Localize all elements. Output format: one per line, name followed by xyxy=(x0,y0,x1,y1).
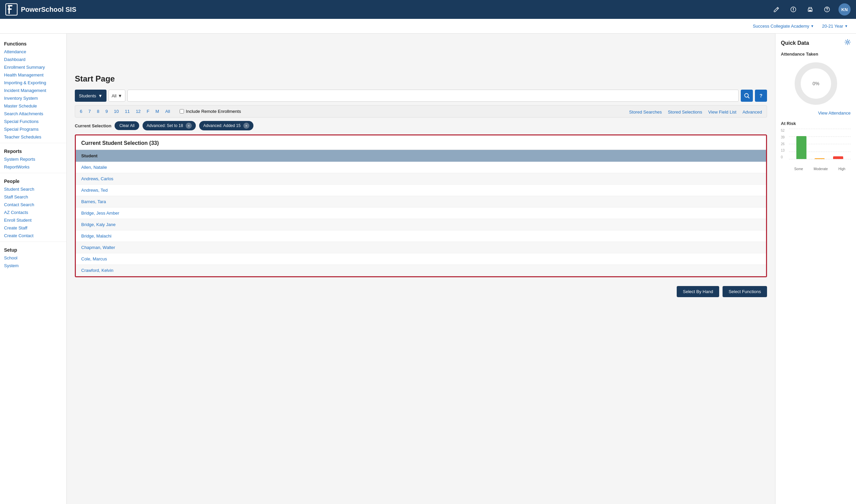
year-selector[interactable]: 20-21 Year ▼ xyxy=(822,23,848,29)
alert-icon xyxy=(790,6,796,13)
filter-links: Stored Searches Stored Selections View F… xyxy=(629,109,762,114)
sidebar: Functions Attendance Dashboard Enrollmen… xyxy=(0,34,67,504)
search-button[interactable] xyxy=(741,90,753,102)
select-by-hand-button[interactable]: Select By Hand xyxy=(677,286,719,297)
sidebar-item-dashboard[interactable]: Dashboard xyxy=(0,56,66,63)
svg-text:0%: 0% xyxy=(812,81,819,86)
table-row: Andrews, Carlos xyxy=(76,173,766,185)
edit-icon-btn[interactable] xyxy=(771,4,782,15)
sidebar-item-school[interactable]: School xyxy=(0,254,66,262)
sidebar-item-health-management[interactable]: Health Management xyxy=(0,71,66,79)
grade-filter-6[interactable]: 6 xyxy=(80,109,82,114)
sidebar-item-search-attachments[interactable]: Search Attachments xyxy=(0,110,66,118)
sidebar-item-contact-search[interactable]: Contact Search xyxy=(0,201,66,209)
grade-filter-9[interactable]: 9 xyxy=(106,109,108,114)
clear-all-button[interactable]: Clear All xyxy=(114,121,139,130)
search-bar: Students ▼ All ▼ ? xyxy=(75,90,767,102)
sidebar-item-special-programs[interactable]: Special Programs xyxy=(0,125,66,133)
student-selection-box: Current Student Selection (33) Student A… xyxy=(75,134,767,277)
sidebar-item-az-contacts[interactable]: AZ Contacts xyxy=(0,209,66,216)
x-label-moderate: Moderate xyxy=(814,167,828,171)
x-label-high: High xyxy=(838,167,845,171)
table-row: Barnes, Tara xyxy=(76,196,766,208)
tag-set-close-button[interactable]: × xyxy=(186,123,192,129)
alert-icon-btn[interactable] xyxy=(788,4,799,15)
school-name: Success Collegiate Academy xyxy=(753,23,809,29)
y-label-13: 13 xyxy=(781,148,789,152)
grade-filter-10[interactable]: 10 xyxy=(114,109,119,114)
sidebar-item-create-staff[interactable]: Create Staff xyxy=(0,224,66,232)
sidebar-item-enrollment-summary[interactable]: Enrollment Summary xyxy=(0,63,66,71)
quick-data-settings-button[interactable] xyxy=(844,39,851,47)
sidebar-item-reportworks[interactable]: ReportWorks xyxy=(0,163,66,171)
grade-filter-f[interactable]: F xyxy=(147,109,149,114)
grade-filter-12[interactable]: 12 xyxy=(136,109,141,114)
grade-dropdown[interactable]: All ▼ xyxy=(108,90,125,102)
at-risk-title: At Risk xyxy=(781,121,851,126)
student-name-link[interactable]: Bridge, Malachi xyxy=(81,233,111,238)
reports-section-title: Reports xyxy=(0,145,66,155)
sidebar-item-attendance[interactable]: Attendance xyxy=(0,48,66,56)
student-name-link[interactable]: Bridge, Jess Amber xyxy=(81,211,119,216)
page-title: Start Page xyxy=(75,74,767,84)
header-icons: KN xyxy=(771,3,851,16)
sidebar-item-importing-exporting[interactable]: Importing & Exporting xyxy=(0,79,66,87)
sidebar-divider-2 xyxy=(0,173,66,173)
svg-line-10 xyxy=(748,97,749,98)
grade-filter-all[interactable]: All xyxy=(165,109,170,114)
sidebar-item-inventory-system[interactable]: Inventory System xyxy=(0,94,66,102)
search-type-dropdown[interactable]: Students ▼ xyxy=(75,90,107,102)
student-table: Student Allen, NatalieAndrews, CarlosAnd… xyxy=(76,150,766,276)
tag-added-close-button[interactable]: × xyxy=(243,123,249,129)
search-help-button[interactable]: ? xyxy=(755,90,767,102)
sidebar-item-staff-search[interactable]: Staff Search xyxy=(0,193,66,201)
student-name-link[interactable]: Andrews, Carlos xyxy=(81,176,113,181)
sidebar-item-teacher-schedules[interactable]: Teacher Schedules xyxy=(0,133,66,141)
layout: Functions Attendance Dashboard Enrollmen… xyxy=(0,67,856,504)
view-attendance-link[interactable]: View Attendance xyxy=(781,110,851,115)
grade-filter-11[interactable]: 11 xyxy=(125,109,129,114)
student-name-link[interactable]: Barnes, Tara xyxy=(81,199,106,204)
student-name-link[interactable]: Chapman, Walter xyxy=(81,245,115,250)
select-functions-button[interactable]: Select Functions xyxy=(723,286,767,297)
sidebar-item-incident-management[interactable]: Incident Management xyxy=(0,87,66,94)
sidebar-item-special-functions[interactable]: Special Functions xyxy=(0,118,66,125)
main-content: Start Page Students ▼ All ▼ ? xyxy=(67,67,775,504)
tag-added-label: Advanced: Added 15 xyxy=(203,123,240,128)
school-selector[interactable]: Success Collegiate Academy ▼ xyxy=(753,23,814,29)
include-remote-checkbox[interactable] xyxy=(180,109,184,113)
sidebar-item-master-schedule[interactable]: Master Schedule xyxy=(0,102,66,110)
edit-icon xyxy=(773,6,780,13)
student-name-link[interactable]: Andrews, Ted xyxy=(81,188,108,193)
sidebar-item-system-reports[interactable]: System Reports xyxy=(0,155,66,163)
user-avatar[interactable]: KN xyxy=(838,3,851,16)
sidebar-divider-3 xyxy=(0,241,66,242)
sidebar-item-system[interactable]: System xyxy=(0,262,66,270)
search-icon xyxy=(744,93,749,98)
sidebar-item-student-search[interactable]: Student Search xyxy=(0,185,66,193)
student-name-link[interactable]: Allen, Natalie xyxy=(81,165,107,170)
grade-filter-m[interactable]: M xyxy=(155,109,159,114)
x-axis-labels: Some Moderate High xyxy=(789,167,851,171)
stored-searches-link[interactable]: Stored Searches xyxy=(629,109,662,114)
grade-filter-row: 6 7 8 9 10 11 12 F M All Include Remote … xyxy=(75,105,767,118)
gear-icon xyxy=(844,39,851,45)
student-name-link[interactable]: Bridge, Kaly Jane xyxy=(81,222,115,227)
advanced-link[interactable]: Advanced xyxy=(743,109,762,114)
help-icon-btn[interactable] xyxy=(822,4,833,15)
print-icon-btn[interactable] xyxy=(805,4,816,15)
grade-filter-8[interactable]: 8 xyxy=(97,109,99,114)
student-name-link[interactable]: Crawford, Kelvin xyxy=(81,268,113,273)
student-name-link[interactable]: Cole, Marcus xyxy=(81,256,107,262)
stored-selections-link[interactable]: Stored Selections xyxy=(668,109,702,114)
sidebar-item-enroll-student[interactable]: Enroll Student xyxy=(0,216,66,224)
svg-point-8 xyxy=(827,11,827,11)
include-remote-container: Include Remote Enrollments xyxy=(180,109,241,114)
attendance-donut-chart: 0% xyxy=(781,60,851,107)
search-input[interactable] xyxy=(127,90,739,102)
grade-filter-7[interactable]: 7 xyxy=(88,109,91,114)
view-field-list-link[interactable]: View Field List xyxy=(708,109,737,114)
logo-icon xyxy=(5,3,18,16)
sidebar-item-create-contact[interactable]: Create Contact xyxy=(0,232,66,239)
app-logo: PowerSchool SIS xyxy=(5,3,76,16)
